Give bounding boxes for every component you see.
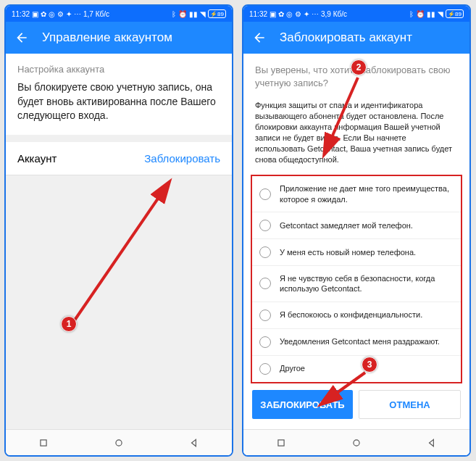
reasons-list: Приложение не дает мне того преимущества…: [251, 175, 462, 383]
block-button[interactable]: ЗАБЛОКИРОВАТЬ: [252, 390, 353, 419]
annotation-arrow: [57, 170, 187, 336]
radio-icon: [259, 246, 271, 258]
battery-indicator: ⚡89: [208, 9, 226, 18]
android-navbar: [243, 429, 469, 455]
status-icon: ⚙: [57, 10, 64, 18]
nav-recent-icon[interactable]: [276, 438, 286, 448]
radio-icon: [259, 336, 271, 348]
status-icon: ▣: [270, 10, 276, 18]
reason-option[interactable]: Другое: [252, 356, 461, 382]
signal-icon: ▮▮: [189, 10, 198, 18]
status-icon: ◎: [49, 10, 55, 18]
statusbar: 11:32 ▣ ✿ ◎ ⚙ ✦ ⋯ 3,9 Кб/с ᛒ ⏰ ▮▮ ◥ ⚡89: [243, 6, 469, 22]
status-icon: ✿: [278, 10, 284, 18]
reason-option[interactable]: Я беспокоюсь о конфиденциальности.: [252, 302, 461, 329]
status-time: 11:32: [12, 10, 30, 18]
net-speed: 3,9 Кб/с: [321, 10, 347, 18]
reason-option[interactable]: Getcontact замедляет мой телефон.: [252, 212, 461, 239]
status-time: 11:32: [249, 10, 267, 18]
content-area: Настройка аккаунта Вы блокируете свою уч…: [6, 54, 232, 455]
page-title: Управление аккаунтом: [42, 30, 172, 45]
radio-icon: [259, 220, 271, 231]
status-icon: ✿: [41, 10, 46, 18]
reason-option[interactable]: Уведомления Getcontact меня раздражают.: [252, 329, 461, 356]
block-link[interactable]: Заблокировать: [144, 152, 220, 165]
step-badge-1: 1: [61, 316, 77, 332]
appbar: Управление аккаунтом: [6, 22, 232, 54]
svg-point-2: [116, 439, 122, 445]
content-area: Вы уверены, что хотите заблокировать сво…: [243, 54, 469, 455]
status-icon: ⋯: [312, 10, 319, 18]
reason-option[interactable]: У меня есть новый номер телефона.: [252, 239, 461, 266]
button-row: ЗАБЛОКИРОВАТЬ ОТМЕНА: [243, 380, 469, 429]
appbar: Заблокировать аккаунт: [243, 22, 469, 54]
status-icon: ◎: [286, 10, 293, 18]
page-title: Заблокировать аккаунт: [280, 30, 412, 45]
back-icon[interactable]: [14, 30, 29, 45]
net-speed: 1,7 Кб/с: [83, 10, 109, 18]
back-icon[interactable]: [252, 30, 267, 45]
svg-line-0: [71, 183, 169, 325]
nav-home-icon[interactable]: [351, 438, 362, 448]
phone-left: 11:32 ▣ ✿ ◎ ⚙ ✦ ⋯ 1,7 Кб/с ᛒ ⏰ ▮▮ ◥ ⚡89 …: [4, 4, 233, 457]
status-icon: ✦: [66, 10, 72, 18]
section-description: Вы блокируете свою учетную запись, она б…: [6, 80, 232, 135]
radio-icon: [259, 363, 271, 375]
radio-icon: [259, 310, 271, 321]
nav-home-icon[interactable]: [114, 438, 124, 448]
reason-option[interactable]: Я не чувствую себя в безопасности, когда…: [252, 266, 461, 302]
section-header: Настройка аккаунта: [6, 54, 232, 80]
nav-back-icon[interactable]: [427, 438, 437, 448]
alarm-icon: ⏰: [416, 10, 425, 18]
android-navbar: [6, 429, 232, 455]
wifi-icon: ◥: [200, 10, 206, 18]
radio-icon: [259, 188, 271, 200]
battery-indicator: ⚡89: [446, 9, 464, 18]
status-icon: ⚙: [295, 10, 301, 18]
status-icon: ⋯: [74, 10, 81, 18]
cancel-button[interactable]: ОТМЕНА: [359, 390, 461, 419]
nav-back-icon[interactable]: [189, 438, 199, 448]
nav-recent-icon[interactable]: [38, 438, 49, 448]
account-row: Аккаунт Заблокировать: [6, 142, 232, 175]
status-icon: ▣: [32, 10, 38, 18]
account-label: Аккаунт: [17, 152, 57, 165]
svg-rect-5: [278, 439, 284, 445]
wifi-icon: ◥: [438, 10, 443, 18]
bluetooth-icon: ᛒ: [172, 10, 176, 18]
step-badge-3: 3: [362, 357, 377, 373]
status-icon: ✦: [304, 10, 309, 18]
phone-right: 11:32 ▣ ✿ ◎ ⚙ ✦ ⋯ 3,9 Кб/с ᛒ ⏰ ▮▮ ◥ ⚡89 …: [242, 4, 471, 457]
signal-icon: ▮▮: [427, 10, 435, 18]
alarm-icon: ⏰: [178, 10, 187, 18]
confirm-description: Функция защиты от спама и идентификатора…: [243, 94, 469, 172]
radio-icon: [259, 278, 271, 289]
reason-option[interactable]: Приложение не дает мне того преимущества…: [252, 176, 461, 212]
step-badge-2: 2: [351, 59, 367, 75]
divider: [6, 135, 232, 142]
svg-point-6: [354, 439, 359, 445]
svg-rect-1: [41, 439, 46, 445]
bluetooth-icon: ᛒ: [409, 10, 414, 18]
statusbar: 11:32 ▣ ✿ ◎ ⚙ ✦ ⋯ 1,7 Кб/с ᛒ ⏰ ▮▮ ◥ ⚡89: [6, 6, 232, 22]
